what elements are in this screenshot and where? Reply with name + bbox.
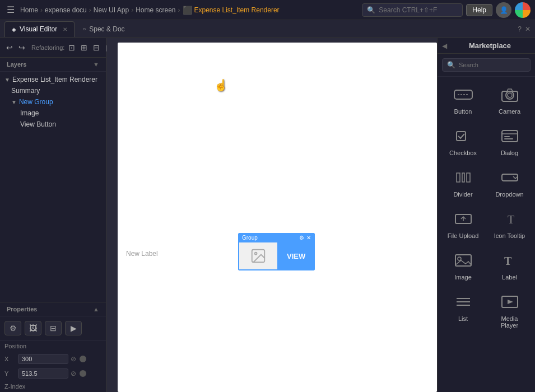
tab-visual-editor[interactable]: ◈ Visual Editor ✕ (4, 21, 75, 37)
prop-tool-gallery[interactable]: ⊟ (45, 321, 62, 335)
breadcrumb-home[interactable]: Home (20, 6, 38, 14)
z-index-label: Z-Index (4, 383, 25, 390)
marketplace-item-dialog[interactable]: Dialog (489, 123, 531, 160)
marketplace-item-file-upload[interactable]: File Upload (442, 206, 484, 242)
breadcrumb-expense[interactable]: expense docu (45, 6, 87, 14)
marketplace-file-upload-label: File Upload (448, 232, 479, 239)
canvas-group[interactable]: Group ⚙ ✕ VIEW (238, 233, 315, 270)
breadcrumb-new-ui[interactable]: New UI App (94, 6, 129, 14)
position-label: Position (4, 343, 32, 349)
tab-close-icon[interactable]: ✕ (63, 26, 67, 32)
marketplace-item-label[interactable]: T Label (489, 247, 531, 284)
refactor-btn3[interactable]: ⊟ (91, 41, 101, 54)
divider-icon (452, 167, 474, 188)
marketplace-camera-label: Camera (499, 108, 520, 115)
tree-item-root-label: Expense List_Item Renderer (12, 76, 97, 83)
tree-item-root[interactable]: ▼ Expense List_Item Renderer (0, 74, 106, 85)
marketplace-list-label: List (458, 315, 468, 322)
marketplace-title: Marketplace (449, 41, 531, 50)
list-icon (452, 292, 474, 312)
search-input[interactable] (379, 6, 458, 14)
marketplace-item-checkbox[interactable]: Checkbox (442, 123, 484, 160)
x-dot[interactable] (80, 356, 86, 362)
marketplace-search-input[interactable] (459, 62, 525, 68)
marketplace-collapse-icon[interactable]: ◀ (442, 42, 447, 50)
y-dot[interactable] (80, 370, 86, 377)
search-icon: 🔍 (367, 6, 375, 14)
breadcrumb-sep4: › (178, 6, 180, 14)
canvas-white: New Label Group ⚙ ✕ (118, 43, 437, 392)
canvas-view-button[interactable]: VIEW (278, 242, 314, 270)
group-settings-icon[interactable]: ⚙ (299, 235, 304, 241)
svg-point-1 (255, 253, 257, 255)
svg-marker-14 (462, 173, 464, 182)
left-panel: ↩ ↪ Refactoring: ⊡ ⊞ ⊟ ◧ 🗑 ⬆ Display: ⚑ … (0, 38, 106, 392)
icon-tooltip-icon: T (499, 209, 521, 229)
visual-editor-icon: ◈ (12, 26, 16, 32)
toolbar: ↩ ↪ Refactoring: ⊡ ⊞ ⊟ ◧ 🗑 ⬆ Display: ⚑ (0, 38, 106, 58)
refactor-btn2[interactable]: ⊞ (79, 41, 89, 54)
marketplace-item-image[interactable]: Image (442, 247, 484, 284)
logo-icon[interactable] (515, 2, 531, 18)
marketplace-item-dropdown[interactable]: Dropdown (489, 164, 531, 201)
svg-rect-9 (502, 130, 518, 142)
marketplace-header: ◀ Marketplace (438, 38, 535, 54)
redo-button[interactable]: ↪ (17, 41, 27, 54)
marketplace-item-media-player[interactable]: Media Player (489, 288, 531, 332)
marketplace-grid: Button Camera Checkbox (438, 77, 535, 337)
svg-rect-16 (502, 174, 518, 181)
marketplace-item-button[interactable]: Button (442, 81, 484, 118)
menu-icon[interactable]: ☰ (4, 2, 17, 17)
x-input[interactable] (18, 354, 68, 364)
marketplace-dropdown-label: Dropdown (495, 191, 523, 198)
global-search[interactable]: 🔍 (362, 3, 463, 17)
tab-spec-doc[interactable]: ○ Spec & Doc (76, 21, 131, 37)
marketplace-item-divider[interactable]: Divider (442, 164, 484, 201)
group-close-icon[interactable]: ✕ (306, 235, 311, 241)
canvas-new-label: New Label (126, 250, 158, 258)
prop-tool-settings[interactable]: ⚙ (4, 321, 21, 335)
dropdown-icon (499, 167, 521, 188)
canvas-group-header: Group ⚙ ✕ (239, 234, 314, 242)
image-icon (452, 250, 474, 270)
prop-tool-play[interactable]: ▶ (65, 321, 82, 335)
canvas-group-body: VIEW (239, 242, 314, 270)
canvas-group-label: Group (242, 235, 258, 241)
layers-title: Layers (7, 61, 26, 68)
tab-question-icon[interactable]: ? (518, 25, 522, 33)
y-input[interactable] (18, 368, 68, 379)
marketplace-divider-label: Divider (453, 191, 472, 198)
marketplace-item-camera[interactable]: Camera (489, 81, 531, 118)
tree-item-new-group[interactable]: ▼ New Group (0, 96, 106, 108)
refactor-btn1[interactable]: ⊡ (67, 41, 77, 54)
layers-collapse-icon[interactable]: ▼ (93, 61, 99, 68)
x-clear-icon[interactable]: ⊘ (71, 355, 76, 363)
canvas-area[interactable]: New Label Group ⚙ ✕ (106, 38, 437, 392)
x-label: X (4, 356, 16, 362)
media-player-icon (499, 292, 521, 312)
svg-rect-11 (504, 136, 510, 137)
help-button[interactable]: Help (466, 4, 492, 16)
top-bar: ☰ Home › expense docu › New UI App › Hom… (0, 0, 535, 20)
tree-item-image[interactable]: Image (0, 108, 106, 119)
tab-close-all-icon[interactable]: ✕ (525, 25, 531, 33)
marketplace-item-list[interactable]: List (442, 288, 484, 332)
marketplace-icon-tooltip-label: Icon Tooltip (494, 232, 525, 239)
undo-button[interactable]: ↩ (4, 41, 15, 54)
avatar[interactable]: 👤 (496, 2, 511, 18)
prop-tools: ⚙ 🖼 ⊟ ▶ (0, 316, 106, 340)
marketplace-item-icon-tooltip[interactable]: T Icon Tooltip (489, 206, 531, 242)
marketplace-search-container: 🔍 (438, 54, 535, 77)
tree-item-summary[interactable]: Summary (0, 85, 106, 96)
page-icon: ⬛ (183, 6, 192, 15)
breadcrumb-home-screen[interactable]: Home screen (136, 6, 175, 14)
y-clear-icon[interactable]: ⊘ (71, 370, 76, 377)
tree-item-group-label: New Group (19, 98, 53, 106)
properties-collapse-icon[interactable]: ▲ (93, 306, 99, 312)
marketplace-button-label: Button (454, 108, 472, 115)
prop-tool-image[interactable]: 🖼 (25, 321, 41, 335)
marketplace-checkbox-label: Checkbox (449, 150, 477, 156)
y-label: Y (4, 370, 16, 377)
tree-item-view-button[interactable]: View Button (0, 119, 106, 130)
properties-section: Properties ▲ ⚙ 🖼 ⊟ ▶ Position X ⊘ Y (0, 302, 106, 392)
